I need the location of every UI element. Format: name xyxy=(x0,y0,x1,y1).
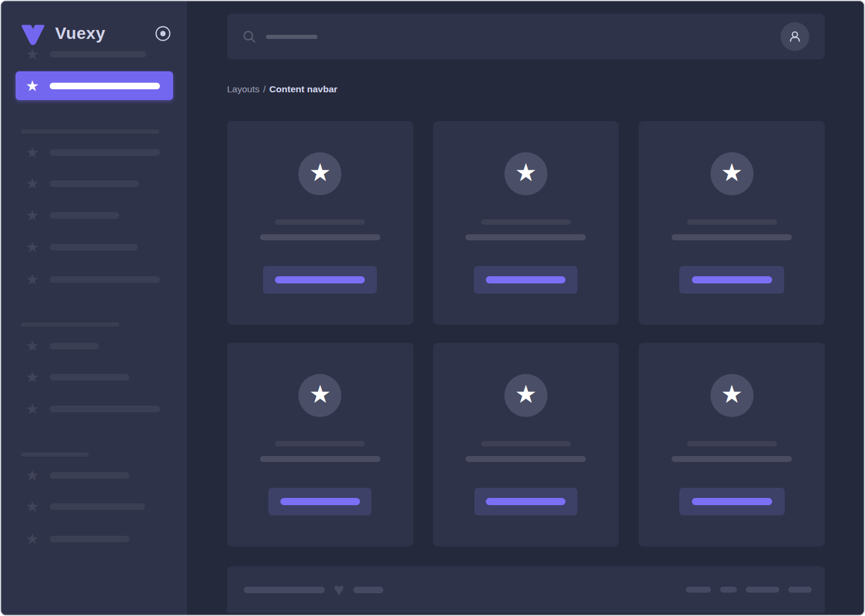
card-action-button[interactable] xyxy=(263,266,377,294)
star-icon: ★ xyxy=(515,373,537,418)
card-title-placeholder xyxy=(275,219,365,225)
footer-text-placeholder xyxy=(686,587,711,593)
sidebar-item-label-placeholder xyxy=(50,343,99,349)
button-label-placeholder xyxy=(275,276,365,283)
star-icon: ★ xyxy=(721,151,743,197)
sidebar-item-label-placeholder xyxy=(50,212,119,219)
card-title-placeholder xyxy=(481,219,571,225)
search-input[interactable] xyxy=(243,30,317,43)
sidebar-item[interactable]: ★ xyxy=(1,401,187,416)
card-title-placeholder xyxy=(687,219,777,225)
footer-text-placeholder xyxy=(720,587,737,593)
star-icon: ★ xyxy=(25,272,40,286)
sidebar: Vuexy ★ ★ ★ ★ ★ ★ ★ ★ ★ ★ ★ xyxy=(1,1,187,615)
card-action-button[interactable] xyxy=(268,488,371,515)
star-icon: ★ xyxy=(25,532,40,546)
sidebar-section-header-placeholder xyxy=(21,129,159,134)
button-label-placeholder xyxy=(486,276,565,283)
sidebar-item[interactable]: ★ xyxy=(1,47,187,61)
sidebar-item-label-placeholder xyxy=(50,149,160,156)
card-title-placeholder xyxy=(687,441,777,446)
card-subtitle-placeholder xyxy=(260,456,380,462)
sidebar-item[interactable]: ★ xyxy=(1,339,187,353)
sidebar-item-label-placeholder xyxy=(50,472,129,479)
footer-text-placeholder xyxy=(746,587,779,593)
star-icon: ★ xyxy=(515,151,537,197)
card-title-placeholder xyxy=(481,441,571,446)
star-icon: ★ xyxy=(309,151,331,197)
card-avatar: ★ xyxy=(710,152,754,195)
sidebar-section-header-placeholder xyxy=(21,452,89,457)
star-icon: ★ xyxy=(25,145,40,159)
star-icon: ★ xyxy=(25,468,40,482)
person-icon xyxy=(787,29,803,44)
card-action-button[interactable] xyxy=(679,488,785,515)
footer-card: ♥ xyxy=(227,566,825,613)
card-subtitle-placeholder xyxy=(465,234,586,240)
main-content: Layouts/Content navbar ★ ★ ★ ★ xyxy=(187,1,864,615)
sidebar-item[interactable]: ★ xyxy=(1,145,187,159)
button-label-placeholder xyxy=(692,276,772,283)
sidebar-nav: ★ ★ ★ ★ ★ ★ ★ ★ ★ ★ ★ ★ ★ xyxy=(1,46,187,616)
card-avatar: ★ xyxy=(298,374,341,417)
user-avatar[interactable] xyxy=(781,22,809,51)
search-placeholder-bar xyxy=(266,35,317,39)
sidebar-item-label-placeholder xyxy=(50,276,160,283)
top-navbar xyxy=(227,14,825,59)
button-label-placeholder xyxy=(692,498,772,505)
footer-right-bars xyxy=(686,587,812,593)
card-avatar: ★ xyxy=(298,152,341,195)
star-icon: ★ xyxy=(25,176,40,191)
card-avatar: ★ xyxy=(504,152,548,195)
sidebar-item[interactable]: ★ xyxy=(1,176,187,191)
sidebar-item[interactable]: ★ xyxy=(1,370,187,384)
button-label-placeholder xyxy=(486,498,565,505)
card-title-placeholder xyxy=(275,441,365,446)
sidebar-item[interactable]: ★ xyxy=(1,468,187,482)
sidebar-item[interactable]: ★ xyxy=(1,499,187,514)
sidebar-item-label-placeholder xyxy=(50,51,146,58)
content-card: ★ xyxy=(227,343,413,546)
card-subtitle-placeholder xyxy=(465,456,586,462)
content-card: ★ xyxy=(433,121,619,325)
card-avatar: ★ xyxy=(710,374,754,417)
footer-text-placeholder xyxy=(244,587,325,593)
sidebar-item-label-placeholder xyxy=(50,406,160,412)
button-label-placeholder xyxy=(280,498,360,505)
brand: Vuexy xyxy=(1,1,187,46)
sidebar-item-active[interactable]: ★ xyxy=(16,71,173,100)
card-action-button[interactable] xyxy=(679,266,784,294)
sidebar-item-label-placeholder xyxy=(50,180,139,187)
sidebar-item[interactable]: ★ xyxy=(1,272,187,286)
star-icon: ★ xyxy=(25,401,40,416)
breadcrumb-separator: / xyxy=(263,84,265,94)
card-action-button[interactable] xyxy=(474,488,577,515)
sidebar-item[interactable]: ★ xyxy=(1,240,187,254)
content-card: ★ xyxy=(639,343,825,546)
breadcrumb-current: Content navbar xyxy=(270,84,338,94)
star-icon: ★ xyxy=(721,373,743,418)
sidebar-item[interactable]: ★ xyxy=(1,208,187,222)
breadcrumb-section[interactable]: Layouts xyxy=(227,84,259,94)
footer-text-placeholder xyxy=(788,587,812,593)
star-icon: ★ xyxy=(309,373,331,418)
sidebar-section-header-placeholder xyxy=(21,322,119,327)
star-icon: ★ xyxy=(25,47,40,61)
star-icon: ★ xyxy=(25,78,40,93)
app-window: Vuexy ★ ★ ★ ★ ★ ★ ★ ★ ★ ★ ★ xyxy=(0,0,865,616)
star-icon: ★ xyxy=(25,499,40,514)
card-subtitle-placeholder xyxy=(672,456,792,462)
card-subtitle-placeholder xyxy=(260,234,380,240)
sidebar-item-label-placeholder xyxy=(50,503,145,510)
star-icon: ★ xyxy=(25,240,40,254)
heart-icon: ♥ xyxy=(334,581,344,599)
sidebar-pin-toggle-icon[interactable] xyxy=(155,25,171,42)
card-grid: ★ ★ ★ ★ ★ xyxy=(227,121,825,546)
sidebar-item[interactable]: ★ xyxy=(1,532,187,546)
content-card: ★ xyxy=(227,121,413,325)
star-icon: ★ xyxy=(25,208,40,222)
sidebar-item-label-placeholder xyxy=(50,536,129,542)
card-subtitle-placeholder xyxy=(672,234,792,240)
content-card: ★ xyxy=(639,121,825,325)
card-action-button[interactable] xyxy=(474,266,577,294)
